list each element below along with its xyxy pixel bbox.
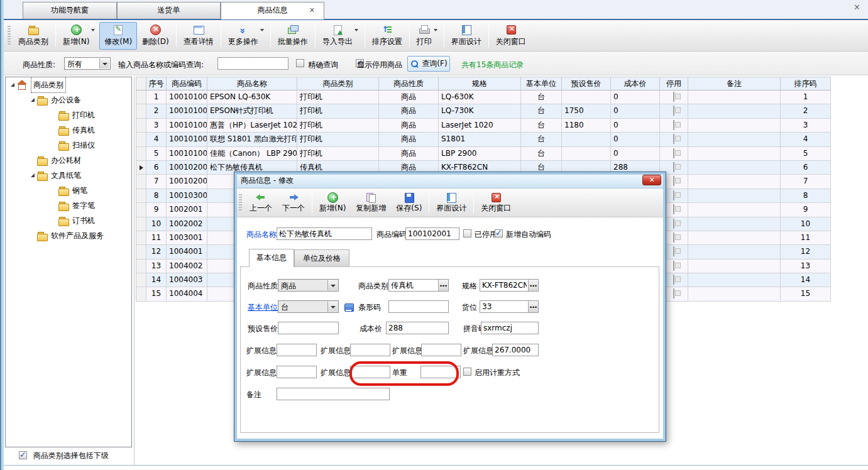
- column-header-排序码[interactable]: 排序码: [781, 77, 831, 90]
- chevron-down-icon[interactable]: [99, 58, 109, 68]
- query-button[interactable]: 查询(F): [407, 56, 450, 72]
- stopped-checkbox[interactable]: [673, 120, 674, 130]
- ext2-input[interactable]: [350, 344, 390, 356]
- table-row[interactable]: 3100101003惠普（HP）LaserJet 1020打印机商品LaserJ…: [136, 119, 831, 133]
- tree-item-扫描仪[interactable]: 扫描仪: [6, 138, 131, 153]
- product-name-input[interactable]: [277, 227, 372, 240]
- stopped-checkbox[interactable]: [673, 92, 674, 102]
- stopped-checkbox[interactable]: [673, 190, 674, 200]
- stopped-checkbox[interactable]: [673, 134, 674, 144]
- pinyin-input[interactable]: [481, 322, 539, 334]
- stopped-checkbox[interactable]: [673, 219, 674, 229]
- chevron-down-icon[interactable]: [327, 302, 338, 312]
- dialog-close-button[interactable]: ✕: [642, 175, 661, 185]
- toolbar-grip[interactable]: [239, 194, 242, 212]
- category-field[interactable]: …: [388, 279, 449, 292]
- dialog-button-复制新增[interactable]: 复制新增: [351, 190, 391, 216]
- tree-item-软件产品及服务[interactable]: 软件产品及服务: [6, 228, 131, 243]
- toolbar-button-批量操作[interactable]: 批量操作: [273, 22, 313, 50]
- exact-query-checkbox[interactable]: [296, 59, 304, 67]
- table-row[interactable]: 5100101005佳能（Canon） LBP 2900+ 黑打印机商品LBP …: [136, 147, 831, 161]
- stopped-checkbox[interactable]: [673, 246, 674, 256]
- tab-unit-price[interactable]: 单位及价格: [294, 249, 349, 267]
- table-row[interactable]: 2100101002EPSON针式打印机打印机商品LQ-730K台175002: [136, 104, 831, 118]
- dropdown-arrow-icon[interactable]: [260, 29, 264, 31]
- tree-item-订书机[interactable]: 订书机: [6, 213, 131, 228]
- toolbar-button-删除(D)[interactable]: 删除(D): [137, 22, 174, 50]
- autocode-checkbox[interactable]: [495, 229, 503, 238]
- column-header-预设售价[interactable]: 预设售价: [562, 77, 611, 90]
- expand-icon[interactable]: [11, 83, 14, 87]
- product-code-input[interactable]: [405, 227, 459, 240]
- ext5-input[interactable]: [277, 366, 317, 378]
- tree-item-打印机[interactable]: 打印机: [6, 107, 131, 123]
- tree-item-钢笔[interactable]: 钢笔: [6, 183, 131, 198]
- toolbar-button-修改(M)[interactable]: 修改(M): [99, 22, 137, 50]
- ellipsis-button[interactable]: …: [528, 301, 538, 312]
- disabled-checkbox[interactable]: [463, 229, 471, 238]
- tree-item-传真机[interactable]: 传真机: [6, 123, 131, 138]
- column-header-商品性质[interactable]: 商品性质: [379, 77, 439, 90]
- stopped-checkbox[interactable]: [673, 261, 674, 271]
- tab-basic-info[interactable]: 基本信息: [249, 249, 294, 267]
- column-header-成本价[interactable]: 成本价: [611, 77, 660, 90]
- toolbar-button-商品类别[interactable]: 商品类别: [13, 22, 53, 50]
- include-sub-checkbox[interactable]: [19, 451, 27, 459]
- dialog-button-保存(S)[interactable]: 保存(S): [391, 190, 427, 216]
- search-input[interactable]: [217, 57, 288, 70]
- toolbar-button-打印[interactable]: 打印: [412, 22, 437, 50]
- stopped-checkbox[interactable]: [673, 204, 674, 214]
- toolbar-grip[interactable]: [8, 26, 11, 46]
- column-header-备注[interactable]: 备注: [688, 77, 781, 90]
- ext6-input[interactable]: [350, 366, 390, 378]
- nature-filter-select[interactable]: 所有: [64, 57, 111, 70]
- cost-input[interactable]: [386, 322, 449, 334]
- column-header-规格[interactable]: 规格: [439, 77, 521, 90]
- tree-item-签字笔[interactable]: 签字笔: [6, 198, 131, 213]
- toolbar-button-更多操作[interactable]: 更多操作: [223, 22, 263, 50]
- ext1-input[interactable]: [277, 344, 317, 356]
- column-header-商品类别[interactable]: 商品类别: [297, 77, 379, 90]
- spec-field[interactable]: …: [480, 279, 539, 292]
- location-field[interactable]: …: [480, 300, 539, 313]
- column-header-停用[interactable]: 停用: [660, 77, 688, 90]
- dropdown-arrow-icon[interactable]: [434, 29, 437, 31]
- toolbar-button-排序设置[interactable]: 排序设置: [367, 22, 407, 50]
- weight-input[interactable]: [420, 366, 461, 378]
- ext4-input[interactable]: [492, 344, 539, 356]
- tree-item-办公设备[interactable]: 办公设备: [6, 92, 131, 107]
- tab-商品信息[interactable]: 商品信息✕: [221, 2, 324, 19]
- toolbar-button-查看详情[interactable]: 查看详情: [179, 22, 219, 50]
- tab-送货单[interactable]: 送货单: [117, 2, 221, 19]
- ext3-input[interactable]: [421, 344, 461, 356]
- unit-book-icon[interactable]: [343, 302, 354, 312]
- stopped-checkbox[interactable]: [673, 106, 674, 116]
- dropdown-arrow-icon[interactable]: [91, 29, 95, 31]
- toolbar-button-新增(N)[interactable]: 新增(N): [58, 22, 94, 50]
- weigh-mode-checkbox[interactable]: [463, 368, 471, 376]
- dialog-button-下一个[interactable]: 下一个: [277, 190, 310, 216]
- unit-select[interactable]: 台: [278, 300, 339, 313]
- ellipsis-button[interactable]: …: [528, 280, 538, 291]
- price-input[interactable]: [278, 322, 339, 334]
- stopped-checkbox[interactable]: [673, 176, 674, 186]
- stopped-checkbox[interactable]: [673, 232, 674, 243]
- nature-select[interactable]: 商品: [278, 279, 339, 292]
- table-row[interactable]: 4100101004联想 S1801 黑白激光打印机打印机商品S1801台04: [136, 133, 831, 146]
- dialog-button-新增(N)[interactable]: 新增(N): [314, 190, 351, 216]
- dialog-button-上一个[interactable]: 上一个: [244, 190, 277, 216]
- toolbar-button-界面设计[interactable]: 界面设计: [446, 22, 486, 50]
- stopped-checkbox[interactable]: [673, 275, 674, 285]
- dropdown-arrow-icon[interactable]: [354, 29, 358, 31]
- barcode-input[interactable]: [388, 300, 449, 313]
- dialog-button-界面设计[interactable]: 界面设计: [431, 190, 471, 216]
- tab-close-icon[interactable]: ✕: [309, 6, 315, 16]
- chevron-down-icon[interactable]: [327, 280, 338, 290]
- dialog-titlebar[interactable]: 商品信息 - 修改 ✕: [234, 172, 666, 189]
- column-header-序号[interactable]: 序号: [146, 77, 167, 90]
- expand-icon[interactable]: [31, 98, 35, 102]
- stopped-checkbox[interactable]: [673, 162, 674, 172]
- expand-icon[interactable]: [31, 173, 35, 177]
- tree-item-商品类别[interactable]: 商品类别: [6, 77, 131, 92]
- column-header-selector[interactable]: [136, 77, 146, 90]
